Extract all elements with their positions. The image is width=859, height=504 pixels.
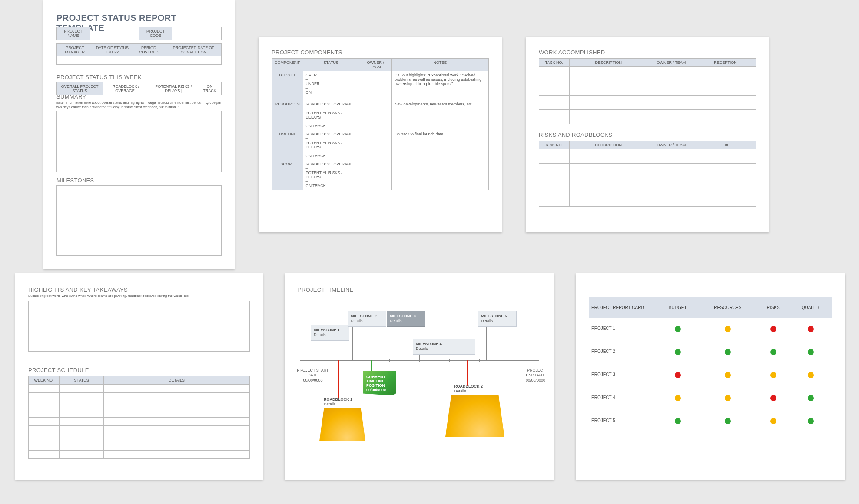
status-dot-cell <box>699 410 757 433</box>
table-row[interactable] <box>539 67 570 81</box>
page-report-card: PROJECT REPORT CARD BUDGET RESOURCES RIS… <box>576 273 845 480</box>
status-dot-icon <box>725 349 731 355</box>
hdr-reception: RECEPTION <box>695 59 756 67</box>
milestones-box[interactable] <box>56 185 222 256</box>
project-name: PROJECT 1 <box>589 318 657 341</box>
milestone-1: MILESTONE 1 Details <box>311 325 349 341</box>
table-row[interactable] <box>29 393 60 401</box>
input-project-code[interactable] <box>172 27 222 40</box>
table-row[interactable] <box>29 451 60 459</box>
hdr-riskno: RISK NO. <box>539 141 570 149</box>
status-dot-icon <box>770 418 776 424</box>
highlights-box[interactable] <box>28 301 250 352</box>
hdr-details: DETAILS <box>104 376 250 385</box>
milestone-name: MILESTONE 5 <box>481 314 507 318</box>
project-name: PROJECT 4 <box>589 387 657 410</box>
risk-table: RISK NO. DESCRIPTION OWNER / TEAM FIX <box>539 141 756 207</box>
status-dot-cell <box>699 364 757 387</box>
end-label: PROJECT END DATE 00/00/0000 <box>511 368 545 383</box>
schedule-title: PROJECT SCHEDULE <box>28 367 250 373</box>
table-row[interactable] <box>539 164 570 178</box>
project-name: PROJECT 2 <box>589 341 657 364</box>
table-row[interactable] <box>29 409 60 418</box>
owner-scope[interactable] <box>359 160 392 190</box>
hdr-notes: NOTES <box>392 59 489 71</box>
page-work-risks: WORK ACCOMPLISHED TASK NO. DESCRIPTION O… <box>526 37 769 232</box>
milestone-sub: Details <box>416 346 428 351</box>
page-status-report: PROJECT STATUS REPORT TEMPLATE PROJECT N… <box>43 0 235 269</box>
table-row[interactable] <box>539 96 570 110</box>
hdr-component: COMPONENT <box>272 59 303 71</box>
hdr-quality: QUALITY <box>789 297 832 318</box>
status-dot-cell <box>657 318 699 341</box>
status-dot-cell <box>757 364 789 387</box>
hdr-owner3: OWNER / TEAM <box>647 141 695 149</box>
table-row[interactable] <box>539 81 570 96</box>
owner-budget[interactable] <box>359 71 392 100</box>
table-row[interactable] <box>29 401 60 409</box>
work-table: TASK NO. DESCRIPTION OWNER / TEAM RECEPT… <box>539 58 756 124</box>
summary-title: SUMMARY <box>56 93 222 100</box>
page-components: PROJECT COMPONENTS COMPONENT STATUS OWNE… <box>259 37 502 232</box>
report-card-row: PROJECT 1 <box>589 318 832 341</box>
hdr-owner2: OWNER / TEAM <box>647 59 695 67</box>
status-scope: ROADBLOCK / OVERAGE – POTENTIAL RISKS / … <box>303 160 359 190</box>
summary-hint: Enter information here about overall sta… <box>56 101 222 109</box>
hdr-desc2: DESCRIPTION <box>569 141 647 149</box>
highlights-title: HIGHLIGHTS AND KEY TAKEAWAYS <box>28 287 250 293</box>
status-dot-cell <box>699 318 757 341</box>
row-timeline: TIMELINE <box>272 130 303 160</box>
input-date-entry[interactable] <box>93 56 132 65</box>
summary-box[interactable] <box>56 111 222 172</box>
status-dot-cell <box>657 341 699 364</box>
table-row[interactable] <box>29 442 60 451</box>
hdr-fix: FIX <box>695 141 756 149</box>
status-dot-icon <box>770 372 776 378</box>
status-dot-cell <box>699 341 757 364</box>
hdr-resources: RESOURCES <box>699 297 757 318</box>
status-dot-cell <box>657 410 699 433</box>
milestone-name: MILESTONE 3 <box>390 314 416 318</box>
table-row[interactable] <box>539 149 570 164</box>
input-pm[interactable] <box>57 56 93 65</box>
row-budget: BUDGET <box>272 71 303 100</box>
roadblock-1 <box>319 408 365 441</box>
hdr-completion: PROJECTED DATE OF COMPLETION <box>166 44 222 56</box>
table-row[interactable] <box>29 434 60 442</box>
status-dot-cell <box>789 387 832 410</box>
milestone-sub: Details <box>314 333 326 337</box>
status-dot-cell <box>789 364 832 387</box>
label-project-code: PROJECT CODE <box>139 27 172 40</box>
status-dot-cell <box>789 318 832 341</box>
milestone-5: MILESTONE 5 Details <box>478 311 517 327</box>
status-dot-icon <box>808 326 814 332</box>
row-scope: SCOPE <box>272 160 303 190</box>
table-row[interactable] <box>539 178 570 192</box>
status-dot-cell <box>757 341 789 364</box>
table-row[interactable] <box>29 385 60 393</box>
milestone-name: MILESTONE 4 <box>416 342 442 346</box>
report-card-row: PROJECT 4 <box>589 387 832 410</box>
owner-resources[interactable] <box>359 100 392 130</box>
table-row[interactable] <box>29 418 60 426</box>
project-name: PROJECT 5 <box>589 410 657 433</box>
status-dot-icon <box>725 395 731 401</box>
milestone-sub: Details <box>481 319 493 323</box>
milestone-name: MILESTONE 1 <box>314 328 340 332</box>
risk-title: RISKS AND ROADBLOCKS <box>539 132 756 138</box>
report-card-table: PROJECT REPORT CARD BUDGET RESOURCES RIS… <box>589 297 832 433</box>
components-title: PROJECT COMPONENTS <box>272 49 489 56</box>
input-period[interactable] <box>132 56 166 65</box>
status-timeline: ROADBLOCK / OVERAGE – POTENTIAL RISKS / … <box>303 130 359 160</box>
row-resources: RESOURCES <box>272 100 303 130</box>
table-row[interactable] <box>29 426 60 434</box>
table-row[interactable] <box>539 110 570 124</box>
status-dot-icon <box>675 395 681 401</box>
hdr-budget: BUDGET <box>657 297 699 318</box>
owner-timeline[interactable] <box>359 130 392 160</box>
status-dot-icon <box>808 395 814 401</box>
status-dot-icon <box>675 418 681 424</box>
table-row[interactable] <box>539 192 570 207</box>
input-project-name[interactable] <box>90 27 139 40</box>
input-completion[interactable] <box>166 56 222 65</box>
